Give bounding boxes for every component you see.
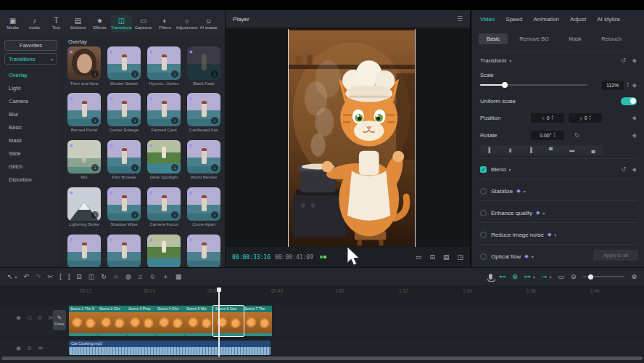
position-y-field[interactable]: y 0 ▴▾ [569, 113, 602, 123]
resolution-icon[interactable]: ▤ [443, 253, 450, 261]
player-menu-icon[interactable]: ☰ [457, 15, 463, 23]
transition-tile[interactable]: ◆↓Then and Now [67, 46, 101, 86]
timeline-clip[interactable]: Scene 3 Prep [127, 306, 156, 336]
category-mask[interactable]: Mask [0, 134, 62, 147]
toolbar-item-transitions[interactable]: ◫Transitions [111, 15, 132, 32]
mask-tool-icon[interactable]: ◍ [125, 273, 131, 280]
ripple-track-icon[interactable]: ≫ [38, 345, 44, 351]
category-glitch[interactable]: Glitch [0, 160, 62, 173]
transition-tile[interactable]: ◆↓Deck Spotlight [147, 140, 181, 179]
snapshot-icon[interactable]: ⊡ [429, 253, 435, 261]
reverse-icon[interactable]: ↻ [101, 273, 107, 280]
select-dropdown-icon[interactable]: ▾ [15, 274, 17, 280]
cover-button[interactable]: ✎ Cover [53, 310, 66, 330]
transition-tile[interactable]: ◆↓Cardboard Fan [187, 93, 220, 132]
transition-tile[interactable]: ◆↓Lightning Strike [67, 187, 101, 227]
stepper-down-icon[interactable]: ▾ [552, 118, 553, 121]
position-x-field[interactable]: x 0 ▴▾ [531, 113, 564, 123]
lock-track-icon[interactable]: ⊙ [27, 345, 32, 351]
tab-speed[interactable]: Speed [505, 16, 522, 23]
toolbar-item-stickers[interactable]: ▤Stickers [67, 15, 88, 32]
category-overlay[interactable]: Overlay [0, 68, 62, 81]
portrait-matting-icon[interactable]: ☺ [149, 273, 156, 280]
optical-flow-checkbox[interactable] [480, 253, 487, 260]
toolbar-item-text[interactable]: TText [46, 15, 67, 32]
align-right-icon[interactable]: ▐ [529, 147, 532, 152]
toolbar-item-audio[interactable]: ♪Audio [24, 15, 45, 32]
slider-knob[interactable] [588, 274, 593, 280]
enhance-quality-checkbox[interactable] [480, 210, 487, 216]
ratio-icon[interactable]: ▭ [416, 253, 422, 261]
hide-track-icon[interactable]: ◉ [16, 345, 21, 351]
chevron-down-icon[interactable]: ▾ [509, 58, 511, 63]
transition-tile[interactable]: ◆↓Shadow Wipe [107, 187, 141, 227]
tab-ai-stylize[interactable]: AI stylize [597, 16, 620, 23]
align-middle-icon[interactable]: ▬ [569, 147, 574, 152]
transition-tile[interactable]: ◆↓Fanned Card [147, 93, 181, 132]
transition-tile[interactable]: ◆↓Center Enlarge [107, 93, 141, 132]
reset-icon[interactable]: ↺ [621, 166, 626, 173]
playhead[interactable] [218, 287, 220, 356]
split-icon[interactable]: ✂ [48, 273, 54, 280]
toolbar-item-media[interactable]: ▣Media [2, 15, 23, 32]
subtab-mask[interactable]: Mask [561, 33, 590, 44]
auto-snap-icon[interactable]: ⊛ [512, 273, 518, 280]
smart-cut-icon[interactable]: ☆ [113, 273, 119, 280]
category-light[interactable]: Light [0, 81, 62, 94]
timeline-clip[interactable]: Scene 1 The S [69, 306, 98, 336]
transition-tile[interactable]: ◆↓Burned Portal [67, 93, 101, 132]
transition-tile-partial[interactable]: ◆ [187, 234, 220, 267]
reset-icon[interactable]: ↺ [621, 57, 626, 64]
transition-tile[interactable]: ◆↓Come Apart [187, 187, 220, 227]
trim-left-icon[interactable]: [ [59, 273, 62, 280]
transition-tile[interactable]: ◆↓Film Browse [107, 140, 141, 179]
tab-adjust[interactable]: Adjust [570, 16, 586, 23]
chevron-down-icon[interactable]: ▾ [542, 211, 545, 216]
apply-to-all-button[interactable]: Apply to all [593, 250, 638, 261]
beautify-icon[interactable]: ＋ [162, 272, 169, 282]
scale-value-field[interactable]: 112% [602, 81, 624, 90]
chevron-down-icon[interactable]: ▾ [508, 167, 511, 172]
favorites-button[interactable]: Favorites [4, 40, 57, 51]
keyframe-icon[interactable]: ◈ [632, 115, 637, 121]
tab-animation[interactable]: Animation [533, 16, 559, 23]
select-tool-icon[interactable]: ↖ [7, 273, 13, 280]
timeline-clip[interactable]: Scene 5 Mix [185, 306, 214, 336]
rotate-dial-icon[interactable]: ↻ [574, 132, 579, 139]
mute-track-icon[interactable]: ◁ [27, 314, 31, 321]
subtab-remove-bg[interactable]: Remove BG [511, 33, 557, 44]
transition-tile[interactable]: ◆↓Hypnot...Vortex [147, 46, 181, 86]
align-top-icon[interactable]: ▀ [549, 147, 553, 152]
timeline-clip[interactable]: Scene 7 The [243, 306, 272, 336]
transition-tile[interactable]: ◆↓Shutter Switch [107, 46, 141, 86]
freeze-frame-icon[interactable]: ◫ [88, 273, 95, 280]
tab-video[interactable]: Video [480, 16, 495, 23]
category-camera[interactable]: Camera [0, 94, 62, 107]
category-distortion[interactable]: Distortion [0, 173, 62, 186]
stepper-down-icon[interactable]: ▾ [554, 135, 556, 139]
toolbar-item-adjustment[interactable]: ☼Adjustment [176, 15, 197, 32]
trim-right-icon[interactable]: ] [68, 273, 70, 280]
delete-icon[interactable]: ⊟ [76, 273, 82, 280]
rotate-field[interactable]: 0.00° ▴▾ [531, 131, 564, 140]
transition-tile-partial[interactable]: ◆ [107, 234, 141, 267]
toolbar-item-captions[interactable]: ▭Captions [133, 15, 154, 32]
align-left-icon[interactable]: ▌ [489, 147, 492, 152]
camera-tracking-icon[interactable]: ▦ [176, 273, 182, 280]
transition-tile[interactable]: ◆↓Camera Focus [147, 187, 181, 227]
subtab-basic[interactable]: Basic [479, 33, 508, 44]
timeline-clip[interactable]: Scene 4 Cho [156, 306, 185, 336]
transition-tile-partial[interactable]: ◆ [67, 234, 101, 267]
preview-quality-icon[interactable]: ▭ [558, 273, 564, 280]
subtab-retouch[interactable]: Retouch [593, 33, 629, 44]
link-clips-icon[interactable]: ⊶ [524, 273, 531, 280]
keyframe-icon[interactable]: ◈ [632, 132, 637, 139]
voiceover-mic-icon[interactable] [489, 274, 492, 280]
timeline-zoom-slider[interactable] [582, 276, 624, 277]
main-track-magnet-icon[interactable]: ⊷ [499, 273, 505, 280]
horizontal-scrollbar[interactable] [1, 356, 643, 360]
extract-audio-icon[interactable]: ♫ [138, 273, 143, 280]
lock-track-icon[interactable]: ⊙ [37, 314, 42, 321]
keyframe-icon[interactable]: ◈ [632, 166, 637, 173]
chevron-down-icon[interactable]: ▾ [532, 254, 534, 259]
